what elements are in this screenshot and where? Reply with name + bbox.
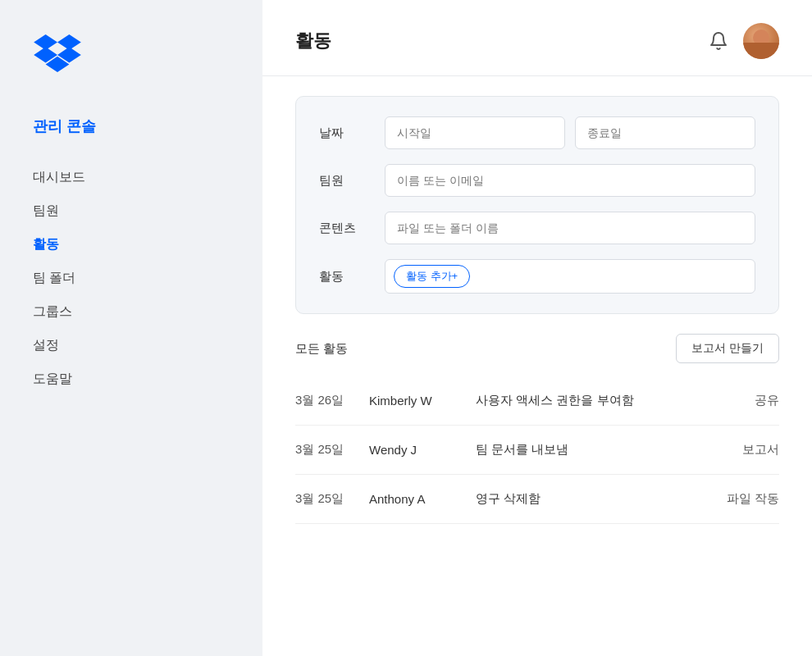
- activity-action: 사용자 액세스 권한을 부여함: [476, 376, 704, 426]
- logo-container: [33, 33, 230, 75]
- avatar[interactable]: [743, 23, 779, 59]
- content-filter-label: 콘텐츠: [319, 221, 385, 236]
- table-row: 3월 25일 Anthony A 영구 삭제함 파일 작동: [295, 475, 779, 524]
- team-filter-row: 팀원: [319, 164, 755, 197]
- date-filter-row: 날짜: [319, 116, 755, 149]
- activity-user: Anthony A: [369, 475, 476, 524]
- sidebar-item-activity[interactable]: 활동: [33, 230, 230, 260]
- activity-type: 파일 작동: [704, 475, 780, 524]
- activity-section: 모든 활동 보고서 만들기 3월 26일 Kimberly W 사용자 액세스 …: [262, 334, 812, 524]
- content-input[interactable]: [385, 212, 755, 244]
- activity-user: Wendy J: [369, 426, 476, 475]
- main-content: 활동 날짜 팀원: [262, 0, 812, 656]
- header: 활동: [262, 0, 812, 76]
- sidebar-item-team[interactable]: 팀원: [33, 196, 230, 226]
- table-row: 3월 25일 Wendy J 팀 문서를 내보냄 보고서: [295, 426, 779, 475]
- activity-filter-label: 활동: [319, 269, 385, 285]
- activity-user: Kimberly W: [369, 376, 476, 426]
- sidebar-item-groups[interactable]: 그룹스: [33, 297, 230, 327]
- date-filter-label: 날짜: [319, 125, 385, 141]
- table-row: 3월 26일 Kimberly W 사용자 액세스 권한을 부여함 공유: [295, 376, 779, 426]
- activity-table: 3월 26일 Kimberly W 사용자 액세스 권한을 부여함 공유 3월 …: [295, 376, 779, 524]
- activity-date: 3월 25일: [295, 475, 369, 524]
- sidebar-label: 관리 콘솔: [33, 116, 230, 136]
- activity-action: 영구 삭제함: [476, 475, 704, 524]
- end-date-input[interactable]: [575, 116, 755, 149]
- date-filter-inputs: [385, 116, 755, 149]
- sidebar-item-dashboard[interactable]: 대시보드: [33, 162, 230, 193]
- page-title: 활동: [295, 29, 331, 53]
- notification-bell-button[interactable]: [707, 30, 730, 52]
- activity-action: 팀 문서를 내보냄: [476, 426, 704, 475]
- add-activity-button[interactable]: 활동 추가+: [394, 265, 470, 288]
- sidebar-item-help[interactable]: 도움말: [33, 364, 230, 394]
- activity-type: 공유: [704, 376, 780, 426]
- activity-header: 모든 활동 보고서 만들기: [295, 334, 779, 363]
- header-actions: [707, 23, 779, 59]
- filter-section: 날짜 팀원 콘텐츠 활동 활동 추가+: [295, 96, 779, 314]
- activity-filter-inputs: 활동 추가+: [385, 259, 755, 294]
- sidebar: 관리 콘솔 대시보드 팀원 활동 팀 폴더 그룹스 설정 도움말: [0, 0, 262, 656]
- content-filter-inputs: [385, 212, 755, 244]
- dropbox-logo: [33, 33, 82, 72]
- activity-type: 보고서: [704, 426, 780, 475]
- bell-icon: [709, 31, 728, 51]
- team-filter-label: 팀원: [319, 173, 385, 189]
- start-date-input[interactable]: [385, 116, 565, 149]
- sidebar-item-team-folder[interactable]: 팀 폴더: [33, 263, 230, 294]
- activity-filter-area: 활동 추가+: [385, 259, 755, 294]
- activity-section-title: 모든 활동: [295, 341, 348, 357]
- activity-date: 3월 26일: [295, 376, 369, 426]
- content-filter-row: 콘텐츠: [319, 212, 755, 244]
- create-report-button[interactable]: 보고서 만들기: [676, 334, 779, 363]
- sidebar-item-settings[interactable]: 설정: [33, 330, 230, 361]
- team-filter-inputs: [385, 164, 755, 197]
- sidebar-nav: 대시보드 팀원 활동 팀 폴더 그룹스 설정 도움말: [33, 162, 230, 394]
- activity-filter-row: 활동 활동 추가+: [319, 259, 755, 294]
- activity-date: 3월 25일: [295, 426, 369, 475]
- team-member-input[interactable]: [385, 164, 755, 197]
